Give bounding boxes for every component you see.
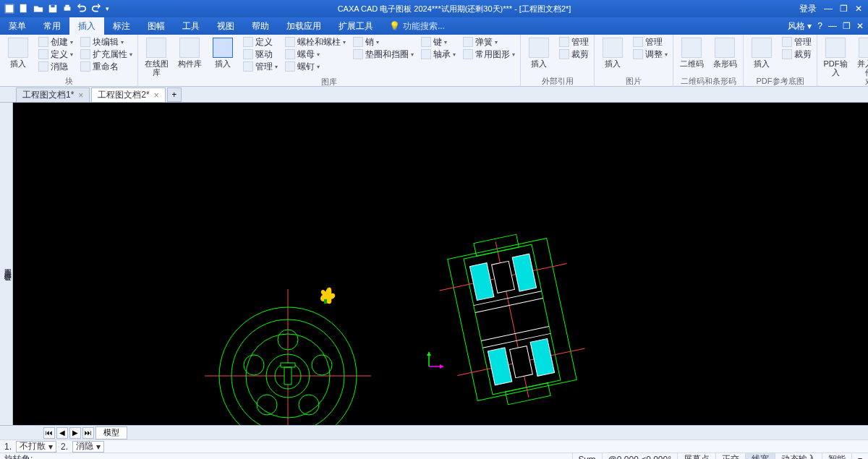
xref-insert-button[interactable]: 插入 — [524, 36, 554, 68]
cmd-icon — [80, 61, 90, 72]
lib-insert-button[interactable]: 插入 — [208, 36, 238, 68]
cmd-管理[interactable]: 管理▾ — [241, 61, 280, 72]
close-icon[interactable]: ✕ — [855, 4, 862, 14]
pdf-in-button[interactable]: PDF输入 — [820, 36, 851, 77]
status-toggle-屏幕点[interactable]: 屏幕点 — [677, 453, 715, 459]
cmd-icon — [353, 37, 363, 47]
chevron-down-icon: ▾ — [444, 39, 447, 46]
chevron-down-icon: ▾ — [121, 39, 124, 46]
layout-first-icon[interactable]: ⏮ — [43, 427, 55, 439]
mdi-restore-icon[interactable]: ❐ — [843, 21, 851, 31]
opt2-select[interactable]: 消隐▾ — [72, 441, 104, 452]
status-toggle-动态输入[interactable]: 动态输入 — [775, 453, 822, 459]
close-tab-icon[interactable]: × — [78, 90, 83, 100]
pdf-insert-button[interactable]: 插入 — [746, 36, 777, 68]
cmd-icon — [80, 49, 90, 59]
menu-tab-7[interactable]: 帮助 — [243, 17, 278, 35]
new-icon[interactable] — [19, 4, 29, 14]
cmd-管理[interactable]: 管理 — [557, 36, 591, 48]
menu-tab-6[interactable]: 视图 — [208, 17, 243, 35]
cmd-消隐[interactable]: 消隐 — [36, 61, 75, 72]
command-options: 1. 不打散▾ 2. 消隐▾ — [0, 439, 868, 452]
qrcode-icon — [681, 38, 702, 58]
print-icon[interactable] — [62, 4, 72, 14]
menu-tab-0[interactable]: 菜单 — [0, 17, 35, 35]
bulb-icon: 💡 — [389, 21, 400, 31]
cmd-驱动[interactable]: 驱动 — [241, 48, 280, 60]
menu-tab-2[interactable]: 插入 — [69, 17, 104, 35]
status-toggle-正交[interactable]: 正交 — [715, 453, 745, 459]
insert-block-button[interactable]: 插入 — [3, 36, 33, 68]
layout-prev-icon[interactable]: ◀ — [56, 427, 68, 439]
close-tab-icon[interactable]: × — [154, 90, 159, 100]
left-panel-tabs[interactable]: 图库 符号 设计中心 — [0, 103, 13, 425]
cmd-定义[interactable]: 定义▾ — [36, 48, 75, 60]
cmd-块编辑[interactable]: 块编辑▾ — [78, 36, 135, 48]
merge-file-icon — [859, 38, 868, 58]
barcode-button[interactable]: 条形码 — [710, 36, 740, 68]
layout-last-icon[interactable]: ⏭ — [82, 427, 94, 439]
menu-tab-9[interactable]: 扩展工具 — [330, 17, 382, 35]
status-more-icon[interactable]: ▾ — [851, 453, 868, 459]
layout-tabs: ⏮ ◀ ▶ ⏭ 模型 — [0, 425, 868, 439]
help-icon[interactable]: ? — [817, 21, 822, 31]
menu-tab-8[interactable]: 加载应用 — [278, 17, 330, 35]
qrcode-button[interactable]: 二维码 — [676, 36, 707, 68]
cmd-重命名[interactable]: 重命名 — [78, 61, 135, 72]
cmd-键[interactable]: 键▾ — [419, 36, 458, 48]
menu-tab-4[interactable]: 图幅 — [139, 17, 174, 35]
doc-tab-0[interactable]: 工程图文档1*× — [16, 87, 90, 102]
cmd-垫圈和挡圈[interactable]: 垫圈和挡圈▾ — [351, 48, 416, 60]
add-tab-button[interactable]: + — [167, 87, 182, 102]
cmd-螺栓和螺柱[interactable]: 螺栓和螺柱▾ — [283, 36, 348, 48]
minimize-icon[interactable]: — — [824, 4, 833, 14]
login-button[interactable]: 登录 — [799, 3, 817, 15]
undo-icon[interactable] — [77, 4, 87, 14]
cmd-定义[interactable]: 定义 — [241, 36, 280, 48]
save-icon[interactable] — [48, 4, 58, 14]
layout-next-icon[interactable]: ▶ — [69, 427, 81, 439]
cmd-螺钉[interactable]: 螺钉▾ — [283, 61, 348, 72]
mdi-minimize-icon[interactable]: — — [828, 21, 837, 31]
cmd-icon — [38, 37, 48, 47]
cmd-常用图形[interactable]: 常用图形▾ — [461, 48, 517, 60]
cmd-轴承[interactable]: 轴承▾ — [419, 48, 458, 60]
cmd-裁剪[interactable]: 裁剪 — [557, 48, 591, 60]
mdi-close-icon[interactable]: ✕ — [856, 21, 864, 31]
cmd-弹簧[interactable]: 弹簧▾ — [461, 36, 517, 48]
chevron-down-icon: ▾ — [275, 64, 278, 70]
status-toggle-智能[interactable]: 智能 — [822, 453, 851, 459]
cmd-创建[interactable]: 创建▾ — [36, 36, 75, 48]
cmd-调整[interactable]: 调整▾ — [631, 48, 670, 60]
opt1-select[interactable]: 不打散▾ — [16, 441, 56, 452]
svg-rect-19 — [324, 299, 327, 304]
cmd-管理[interactable]: 管理 — [631, 36, 670, 48]
menu-tab-1[interactable]: 常用 — [35, 17, 69, 35]
status-toggle-线宽[interactable]: 线宽 — [745, 453, 775, 459]
cmd-icon — [463, 37, 473, 47]
chevron-down-icon: ▾ — [317, 64, 320, 70]
cmd-icon — [421, 37, 431, 47]
merge-file-button[interactable]: 并入文件 — [854, 36, 868, 77]
component-lib-button[interactable]: 构件库 — [174, 36, 205, 68]
cmd-螺母[interactable]: 螺母▾ — [283, 48, 348, 60]
cmd-扩充属性[interactable]: 扩充属性▾ — [78, 48, 135, 60]
img-insert-button[interactable]: 插入 — [597, 36, 628, 68]
cmd-裁剪[interactable]: 裁剪 — [780, 48, 814, 60]
style-switch[interactable]: 风格 ▾ — [788, 20, 812, 33]
chevron-down-icon: ▾ — [343, 39, 346, 46]
status-sym[interactable]: Sym — [572, 453, 602, 459]
open-icon[interactable] — [33, 4, 43, 14]
cmd-管理[interactable]: 管理 — [780, 36, 814, 48]
online-lib-button[interactable]: 在线图库 — [141, 36, 171, 77]
redo-icon[interactable] — [91, 4, 101, 14]
menu-tab-3[interactable]: 标注 — [104, 17, 139, 35]
pdf-in-icon — [825, 38, 846, 58]
cmd-销[interactable]: 销▾ — [351, 36, 416, 48]
layout-tab-model[interactable]: 模型 — [95, 426, 127, 439]
doc-tab-1[interactable]: 工程图文档2*× — [91, 87, 165, 102]
drawing-canvas[interactable] — [13, 103, 868, 425]
maximize-icon[interactable]: ❐ — [840, 4, 848, 14]
ribbon-search[interactable]: 💡 功能搜索... — [389, 20, 445, 33]
menu-tab-5[interactable]: 工具 — [174, 17, 208, 35]
